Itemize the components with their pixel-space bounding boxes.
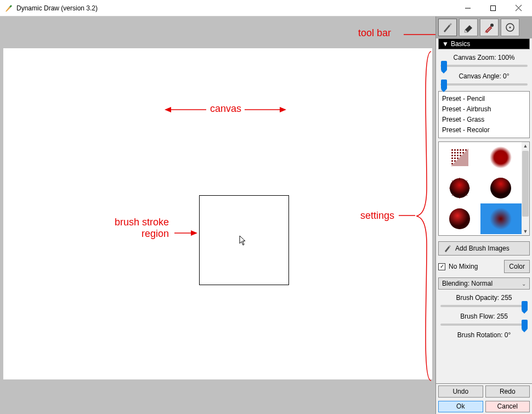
anno-toolbar: tool bar [358,27,391,39]
scroll-down-icon[interactable]: ▼ [522,228,529,235]
scroll-up-icon[interactable]: ▲ [522,142,529,150]
window-title: Dynamic Draw (version 3.2) [16,4,455,12]
svg-marker-8 [280,107,286,112]
brush-tool[interactable] [438,19,457,36]
canvas-zoom-slider[interactable]: Canvas Zoom: 100% [438,54,530,67]
checkbox-icon: ✓ [438,263,445,270]
app-icon [4,4,13,13]
maximize-button[interactable] [480,0,506,16]
anno-canvas: canvas [210,103,241,115]
preset-item[interactable]: Preset - Airbrush [442,104,526,115]
preset-item[interactable]: Preset - Pencil [442,94,526,104]
no-mixing-checkbox[interactable]: ✓ No Mixing [438,263,478,270]
brush-thumb[interactable] [439,203,480,234]
ok-button[interactable]: Ok [438,401,483,413]
canvas-angle-slider[interactable]: Canvas Angle: 0° [438,72,530,86]
toolbar [436,16,532,38]
svg-point-26 [490,178,511,199]
close-button[interactable] [506,0,531,16]
svg-point-27 [449,208,470,229]
section-basics[interactable]: ▼ Basics [438,38,530,49]
eraser-tool[interactable] [459,19,478,36]
brush-thumb[interactable] [480,173,522,203]
titlebar: Dynamic Draw (version 3.2) [0,0,532,16]
minimize-button[interactable] [455,0,480,16]
brush-opacity-slider[interactable]: Brush Opacity: 255 [438,294,530,307]
svg-rect-1 [491,5,496,10]
anno-brush-region: brush stroke region [115,217,169,240]
origin-tool[interactable] [501,19,519,36]
settings-panel: ▼ Basics Canvas Zoom: 100% Canvas Angle:… [435,16,532,414]
brush-thumb-selected[interactable] [480,203,522,234]
svg-point-12 [490,24,494,27]
caret-down-icon: ▼ [442,40,449,48]
undo-button[interactable]: Undo [438,385,483,398]
brush-stroke-region[interactable] [199,195,289,285]
brush-thumb[interactable] [480,142,522,173]
color-button[interactable]: Color [504,260,530,273]
brush-scrollbar[interactable]: ▲ ▼ [522,142,529,235]
window-controls [455,0,531,16]
brush-thumb[interactable] [439,173,480,203]
canvas-area[interactable]: tool bar canvas brush stroke region [0,16,435,414]
preset-item[interactable]: Preset - Grass [442,115,526,125]
redo-button[interactable]: Redo [485,385,530,398]
cancel-button[interactable]: Cancel [485,401,530,413]
svg-point-28 [490,208,512,230]
footer: Undo Redo Ok Cancel [436,383,532,414]
brush-picker[interactable]: ▲ ▼ [438,141,530,236]
preset-item[interactable]: Preset - Recolor [442,125,526,135]
blending-select[interactable]: Blending: Normal ⌄ [438,277,530,290]
preset-list[interactable]: Preset - Pencil Preset - Airbrush Preset… [438,91,530,138]
svg-marker-10 [191,230,197,236]
eyedropper-tool[interactable] [480,19,499,36]
add-brush-button[interactable]: Add Brush Images [438,241,530,256]
svg-marker-6 [165,107,171,112]
brush-rotation-slider[interactable]: Brush Rotation: 0° [438,331,530,339]
scroll-thumb[interactable] [522,151,529,217]
svg-point-14 [510,27,511,29]
anno-settings: settings [360,210,394,222]
chevron-down-icon: ⌄ [522,281,526,287]
svg-point-16 [490,146,512,168]
brush-flow-slider[interactable]: Brush Flow: 255 [438,313,530,326]
brush-thumb[interactable] [439,142,480,173]
